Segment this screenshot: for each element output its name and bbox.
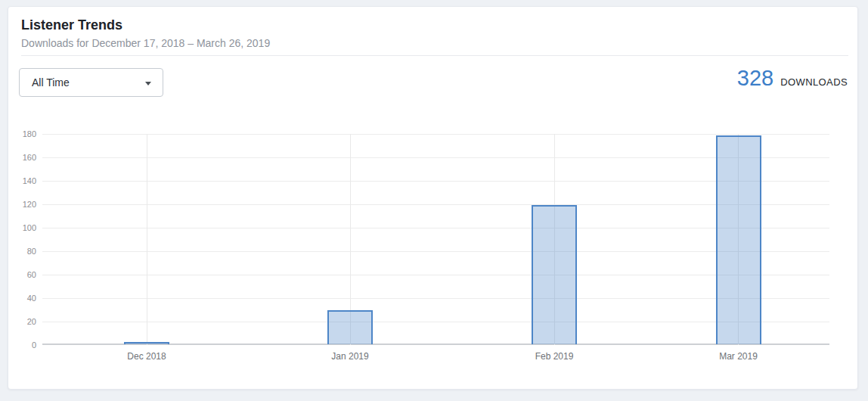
page-title: Listener Trends [21,17,122,33]
x-axis-tick-label: Mar 2019 [693,351,784,362]
downloads-count-label: DOWNLOADS [780,76,848,88]
listener-trends-card: Listener Trends Downloads for December 1… [8,6,858,390]
bar-jan-2019 [327,310,373,344]
downloads-count: 328 [737,67,773,89]
vertical-gridline [147,134,147,345]
chevron-down-icon [145,82,151,85]
y-axis-tick-label: 160 [8,152,36,163]
horizontal-gridline [42,157,829,158]
bar-mar-2019 [716,135,761,344]
bar-dec-2018 [124,342,169,344]
y-axis-tick-label: 0 [8,340,36,350]
y-axis-tick-label: 120 [8,199,36,210]
horizontal-gridline [42,298,829,299]
x-axis-tick-label: Jan 2019 [305,351,395,362]
time-range-dropdown-value: All Time [20,76,70,89]
y-axis-tick-label: 180 [8,129,36,139]
bar-feb-2019 [532,205,577,344]
horizontal-gridline [42,322,829,322]
y-axis-tick-label: 60 [8,269,36,280]
horizontal-gridline [42,251,829,252]
x-axis-tick-label: Dec 2018 [101,351,192,362]
horizontal-gridline [42,134,829,135]
chart-plot: Dec 2018Jan 2019Feb 2019Mar 2019 [42,134,829,345]
downloads-bar-chart: 020406080100120140160180 Dec 2018Jan 201… [8,134,859,376]
time-range-dropdown[interactable]: All Time [19,68,163,97]
y-axis-tick-label: 20 [8,316,36,327]
y-axis-tick-label: 40 [8,293,36,303]
downloads-stat: 328 DOWNLOADS [737,67,848,89]
horizontal-gridline [42,181,829,182]
horizontal-gridline [42,204,829,205]
y-axis-tick-label: 100 [8,222,36,233]
header-divider [21,55,848,56]
y-axis-tick-label: 140 [8,176,36,186]
horizontal-gridline [42,228,829,228]
x-axis-tick-label: Feb 2019 [509,351,600,362]
page-subtitle: Downloads for December 17, 2018 – March … [21,37,270,49]
y-axis-tick-label: 80 [8,246,36,256]
horizontal-gridline [42,275,829,275]
y-axis-labels: 020406080100120140160180 [8,134,36,345]
